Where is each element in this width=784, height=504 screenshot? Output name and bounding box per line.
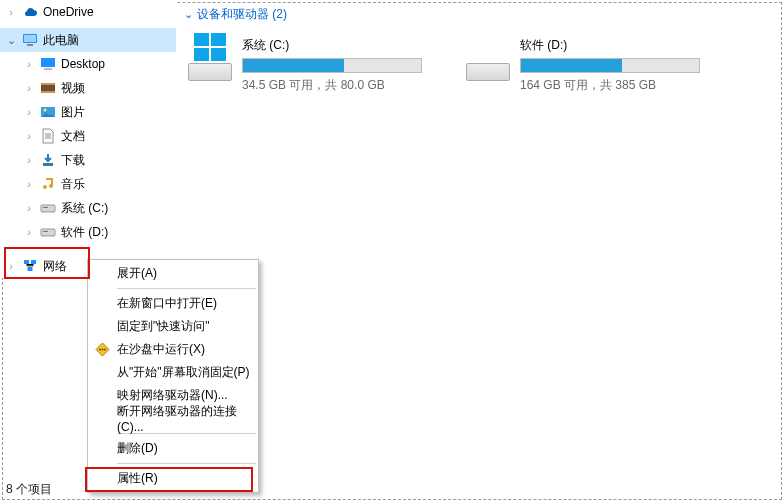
ctx-item-label: 从"开始"屏幕取消固定(P) bbox=[117, 364, 250, 381]
expand-arrow-icon[interactable]: › bbox=[18, 154, 40, 166]
svg-point-21 bbox=[99, 349, 101, 351]
tree-item-thispc[interactable]: ⌄ 此电脑 bbox=[0, 28, 176, 52]
navigation-tree: › OneDrive ⌄ 此电脑 › Desktop › 视频 › 图片 › 文… bbox=[0, 0, 176, 278]
drives-group: 系统 (C:) 34.5 GB 可用，共 80.0 GB 软件 (D:) 164… bbox=[178, 29, 784, 94]
svg-rect-19 bbox=[28, 267, 33, 271]
drive-subtitle: 164 GB 可用，共 385 GB bbox=[520, 77, 712, 94]
expand-arrow-icon[interactable]: › bbox=[18, 226, 40, 238]
drive-subtitle: 34.5 GB 可用，共 80.0 GB bbox=[242, 77, 434, 94]
tree-item-label: OneDrive bbox=[43, 5, 94, 19]
section-header-devices-drives[interactable]: ⌄ 设备和驱动器 (2) bbox=[178, 0, 784, 29]
tree-item-label: 文档 bbox=[61, 128, 85, 145]
tree-item-documents[interactable]: › 文档 bbox=[0, 124, 176, 148]
tree-item-label: 音乐 bbox=[61, 176, 85, 193]
svg-point-12 bbox=[49, 184, 53, 188]
svg-rect-10 bbox=[43, 163, 53, 166]
sandbox-icon bbox=[94, 342, 110, 358]
desktop-icon bbox=[40, 56, 56, 72]
network-icon bbox=[22, 258, 38, 274]
disk-icon bbox=[466, 63, 510, 81]
drive-tile-d[interactable]: 软件 (D:) 164 GB 可用，共 385 GB bbox=[462, 29, 712, 94]
drive-icon bbox=[40, 224, 56, 240]
thispc-icon bbox=[22, 32, 38, 48]
drive-thumb bbox=[184, 29, 236, 81]
tree-item-label: 软件 (D:) bbox=[61, 224, 108, 241]
ctx-item-disconnect-network-drive[interactable]: 断开网络驱动器的连接(C)... bbox=[89, 407, 257, 430]
ctx-item-expand[interactable]: 展开(A) bbox=[89, 262, 257, 285]
ctx-item-properties[interactable]: 属性(R) bbox=[89, 467, 257, 490]
svg-rect-1 bbox=[24, 35, 36, 42]
tree-item-desktop[interactable]: › Desktop bbox=[0, 52, 176, 76]
ctx-item-label: 在沙盘中运行(X) bbox=[117, 341, 205, 358]
videos-icon bbox=[40, 80, 56, 96]
tree-item-drive-d[interactable]: › 软件 (D:) bbox=[0, 220, 176, 244]
expand-arrow-icon[interactable]: › bbox=[18, 58, 40, 70]
tree-item-drive-c[interactable]: › 系统 (C:) bbox=[0, 196, 176, 220]
status-bar-text: 8 个项目 bbox=[6, 481, 52, 498]
ctx-item-label: 在新窗口中打开(E) bbox=[117, 295, 217, 312]
expand-arrow-icon[interactable]: › bbox=[0, 260, 22, 272]
ctx-separator bbox=[117, 463, 256, 464]
svg-rect-3 bbox=[41, 58, 55, 67]
svg-rect-16 bbox=[43, 231, 48, 232]
drive-tile-c[interactable]: 系统 (C:) 34.5 GB 可用，共 80.0 GB bbox=[184, 29, 434, 94]
svg-rect-2 bbox=[27, 44, 33, 46]
tree-item-label: 网络 bbox=[43, 258, 67, 275]
ctx-item-delete[interactable]: 删除(D) bbox=[89, 437, 257, 460]
svg-point-9 bbox=[44, 109, 47, 112]
drive-usage-bar bbox=[242, 58, 422, 73]
svg-rect-18 bbox=[31, 260, 36, 264]
svg-point-23 bbox=[104, 349, 106, 351]
content-pane: ⌄ 设备和驱动器 (2) 系统 (C:) 34.5 GB 可用，共 80.0 G… bbox=[178, 0, 784, 94]
pictures-icon bbox=[40, 104, 56, 120]
drive-usage-fill bbox=[521, 59, 622, 72]
tree-item-videos[interactable]: › 视频 bbox=[0, 76, 176, 100]
tree-item-downloads[interactable]: › 下载 bbox=[0, 148, 176, 172]
svg-point-11 bbox=[43, 185, 47, 189]
ctx-separator bbox=[117, 288, 256, 289]
onedrive-icon bbox=[22, 4, 38, 20]
ctx-item-label: 属性(R) bbox=[117, 470, 158, 487]
drive-thumb bbox=[462, 29, 514, 81]
tree-item-label: 下载 bbox=[61, 152, 85, 169]
tree-item-label: 图片 bbox=[61, 104, 85, 121]
svg-rect-13 bbox=[41, 205, 55, 212]
ctx-item-pin-quick-access[interactable]: 固定到"快速访问" bbox=[89, 315, 257, 338]
expand-arrow-icon[interactable]: › bbox=[0, 6, 22, 18]
svg-point-22 bbox=[101, 349, 103, 351]
ctx-item-open-new-window[interactable]: 在新窗口中打开(E) bbox=[89, 292, 257, 315]
expand-arrow-icon[interactable]: › bbox=[18, 130, 40, 142]
chevron-down-icon: ⌄ bbox=[184, 8, 193, 21]
tree-item-onedrive[interactable]: › OneDrive bbox=[0, 0, 176, 24]
ctx-item-label: 固定到"快速访问" bbox=[117, 318, 210, 335]
context-menu-network: 展开(A) 在新窗口中打开(E) 固定到"快速访问" 在沙盘中运行(X) 从"开… bbox=[87, 259, 259, 493]
expand-arrow-icon[interactable]: › bbox=[18, 202, 40, 214]
drive-name-label: 系统 (C:) bbox=[242, 37, 434, 54]
drive-name-label: 软件 (D:) bbox=[520, 37, 712, 54]
tree-item-label: 系统 (C:) bbox=[61, 200, 108, 217]
svg-rect-7 bbox=[41, 91, 55, 93]
tree-item-pictures[interactable]: › 图片 bbox=[0, 100, 176, 124]
section-header-label: 设备和驱动器 (2) bbox=[197, 6, 287, 23]
drive-usage-bar bbox=[520, 58, 700, 73]
ctx-item-label: 删除(D) bbox=[117, 440, 158, 457]
music-icon bbox=[40, 176, 56, 192]
documents-icon bbox=[40, 128, 56, 144]
svg-rect-15 bbox=[41, 229, 55, 236]
svg-rect-14 bbox=[43, 207, 48, 208]
ctx-item-label: 断开网络驱动器的连接(C)... bbox=[117, 403, 257, 434]
drive-icon bbox=[40, 200, 56, 216]
expand-arrow-icon[interactable]: › bbox=[18, 82, 40, 94]
expand-arrow-icon[interactable]: › bbox=[18, 106, 40, 118]
svg-rect-17 bbox=[24, 260, 29, 264]
tree-item-label: Desktop bbox=[61, 57, 105, 71]
collapse-arrow-icon[interactable]: ⌄ bbox=[0, 34, 22, 47]
tree-item-music[interactable]: › 音乐 bbox=[0, 172, 176, 196]
expand-arrow-icon[interactable]: › bbox=[18, 178, 40, 190]
ctx-item-label: 展开(A) bbox=[117, 265, 157, 282]
downloads-icon bbox=[40, 152, 56, 168]
ctx-item-run-sandbox[interactable]: 在沙盘中运行(X) bbox=[89, 338, 257, 361]
svg-rect-4 bbox=[44, 68, 52, 70]
ctx-item-unpin-start[interactable]: 从"开始"屏幕取消固定(P) bbox=[89, 361, 257, 384]
ctx-item-label: 映射网络驱动器(N)... bbox=[117, 387, 228, 404]
